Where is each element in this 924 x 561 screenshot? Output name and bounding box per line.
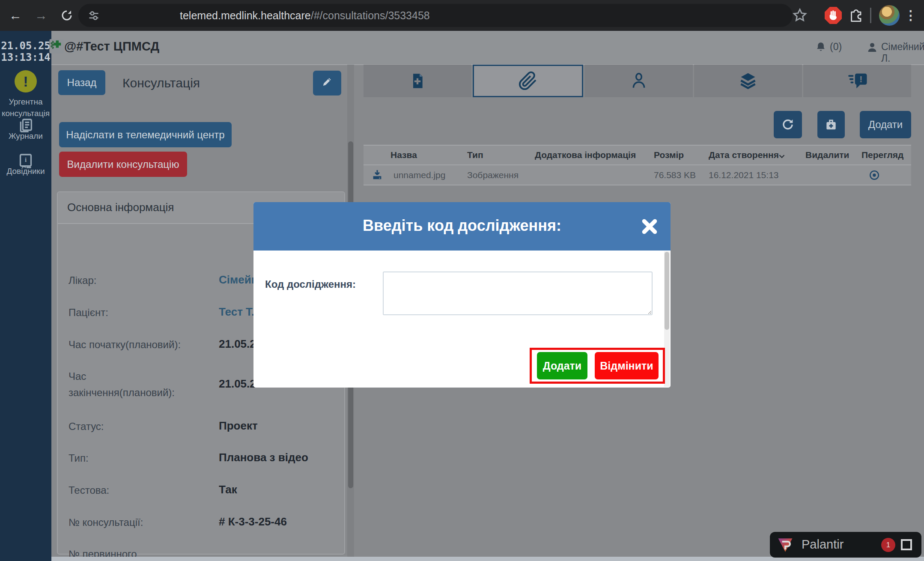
row-type: Зображення xyxy=(467,170,519,180)
bookmark-star-icon[interactable] xyxy=(791,7,808,24)
field-value-test: Так xyxy=(219,483,341,496)
col-delete: Видалити xyxy=(805,150,849,160)
modal-submit-button[interactable]: Додати xyxy=(537,352,587,379)
back-button[interactable]: Назад xyxy=(58,70,105,95)
adblock-icon[interactable] xyxy=(825,7,842,24)
comment-alert-icon: ! xyxy=(846,72,868,90)
upload-media-button[interactable] xyxy=(817,111,845,138)
modal-close-icon[interactable] xyxy=(639,216,660,237)
page-title: @#Тест ЦПМСД xyxy=(64,39,159,54)
research-code-input[interactable] xyxy=(383,272,653,315)
extensions-puzzle-icon[interactable] xyxy=(848,7,865,24)
edit-button[interactable] xyxy=(313,71,341,95)
field-label: Пацієнт: xyxy=(69,304,210,321)
person-icon xyxy=(630,72,648,90)
research-code-label: Код дослідження: xyxy=(265,278,356,290)
tab-history[interactable] xyxy=(694,65,802,97)
col-size[interactable]: Розмір xyxy=(654,150,684,160)
browser-back-icon[interactable]: ← xyxy=(6,6,25,25)
palantir-logo-icon xyxy=(776,535,795,554)
paperclip-icon xyxy=(518,71,538,91)
medical-bag-icon xyxy=(824,118,838,131)
sort-desc-icon[interactable] xyxy=(777,152,787,161)
row-created: 16.12.2021 15:13 xyxy=(709,170,779,180)
handbooks-label: Довідники xyxy=(0,165,51,177)
col-name[interactable]: Назва xyxy=(390,150,417,160)
row-size: 76.583 KB xyxy=(654,170,696,180)
delete-consultation-button[interactable]: Видалити консультацію xyxy=(59,152,187,177)
modal-cancel-button[interactable]: Відмінити xyxy=(595,352,659,379)
app-header: @#Тест ЦПМСД (0) Сімейний Л. xyxy=(51,31,924,65)
url-bar[interactable]: telemed.medlink.healthcare/#/consultatio… xyxy=(78,4,793,27)
view-eye-icon[interactable] xyxy=(869,170,880,181)
tab-attachments[interactable] xyxy=(473,65,583,97)
field-label: Тип: xyxy=(69,450,210,466)
clinic-logo-icon xyxy=(48,38,65,55)
research-code-modal: Введіть код дослідження: Код дослідження… xyxy=(253,202,671,388)
svg-text:i: i xyxy=(25,156,27,163)
palantir-widget[interactable]: Palantir 1 xyxy=(770,532,921,558)
palantir-name: Palantir xyxy=(802,537,844,552)
field-value-consultation-number: # К-3-3-25-46 xyxy=(219,515,341,528)
sidebar: 21.05.25 13:13:14 ! Ургентна консультаці… xyxy=(0,31,51,561)
layers-icon xyxy=(739,72,757,90)
table-header-row: Назва Тип Додаткова інформація Розмір Да… xyxy=(364,146,911,165)
tab-comments[interactable]: ! xyxy=(803,65,911,97)
col-created[interactable]: Дата створення xyxy=(709,150,779,160)
svg-text:!: ! xyxy=(859,74,862,84)
modal-header: Введіть код дослідження: xyxy=(253,202,671,251)
profile-avatar[interactable] xyxy=(879,5,900,26)
site-settings-icon[interactable] xyxy=(88,9,100,21)
field-label: Час закінчення(плановий): xyxy=(69,368,210,401)
tab-medical-document[interactable] xyxy=(364,65,471,97)
pencil-icon xyxy=(321,76,333,88)
toolbar-separator xyxy=(870,8,871,23)
refresh-button[interactable] xyxy=(774,111,802,138)
browser-reload-icon[interactable] xyxy=(57,6,76,25)
col-type[interactable]: Тип xyxy=(467,150,483,160)
field-label: № консультації: xyxy=(69,514,210,531)
file-medical-icon xyxy=(409,72,426,90)
attachments-table: Назва Тип Додаткова інформація Розмір Да… xyxy=(364,145,911,185)
clock-date: 21.05.25 xyxy=(0,40,51,52)
modal-title: Введіть код дослідження: xyxy=(253,217,671,235)
journals-label: Журнали xyxy=(0,130,51,142)
field-label: Статус: xyxy=(69,418,210,435)
browser-forward-icon[interactable]: → xyxy=(32,6,51,25)
row-name[interactable]: unnamed.jpg xyxy=(393,170,445,180)
current-user-name[interactable]: Сімейний Л. xyxy=(881,41,924,64)
col-view: Перегляд xyxy=(861,150,903,160)
palantir-badge: 1 xyxy=(881,538,895,552)
col-extra[interactable]: Додаткова інформація xyxy=(535,150,636,160)
browser-menu-icon[interactable]: ⋮ xyxy=(904,5,917,26)
main-info-title: Основна інформація xyxy=(67,201,174,214)
field-label: Час початку(плановий): xyxy=(69,337,210,353)
clock-time: 13:13:14 xyxy=(0,52,51,63)
download-icon[interactable] xyxy=(371,169,383,181)
screen: ← → telemed.medlink.healthcare/#/consult… xyxy=(0,0,924,561)
refresh-icon xyxy=(781,118,795,131)
field-value-type: Планова з відео xyxy=(219,451,341,464)
sidebar-clock: 21.05.25 13:13:14 xyxy=(0,40,51,63)
table-row: unnamed.jpg Зображення 76.583 KB 16.12.2… xyxy=(364,165,911,185)
attachment-tabs: ! xyxy=(364,65,911,97)
add-attachment-button[interactable]: Додати xyxy=(860,111,911,138)
field-label: Лікар: xyxy=(69,272,210,289)
consultation-title: Консультація xyxy=(122,76,200,90)
urgent-label-line1: Ургентна xyxy=(0,96,51,107)
browser-toolbar: ← → telemed.medlink.healthcare/#/consult… xyxy=(0,0,924,31)
user-icon xyxy=(866,41,879,54)
field-label: Тестова: xyxy=(69,482,210,498)
palantir-window-icon[interactable] xyxy=(901,539,912,550)
url-text[interactable]: telemed.medlink.healthcare/#/consultatio… xyxy=(180,9,430,22)
tab-patient[interactable] xyxy=(584,65,692,97)
urgent-alert-icon: ! xyxy=(15,70,37,93)
field-value-status: Проект xyxy=(219,419,341,433)
notifications-count[interactable]: (0) xyxy=(830,41,842,53)
notifications-bell-icon[interactable] xyxy=(814,41,827,54)
send-to-telemedicine-button[interactable]: Надіслати в телемедичний центр xyxy=(59,122,232,147)
modal-scrollbar-thumb[interactable] xyxy=(665,252,669,330)
